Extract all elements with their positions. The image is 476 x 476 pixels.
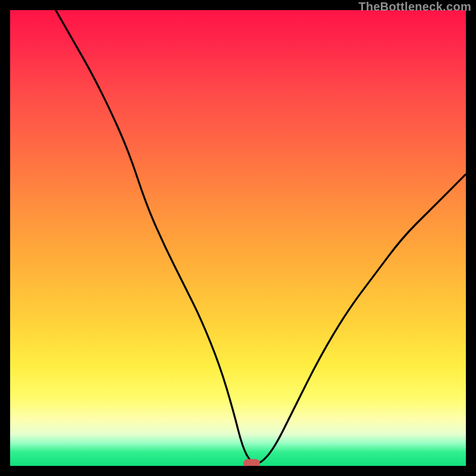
bottleneck-curve [10, 10, 466, 466]
plot-area [10, 10, 466, 466]
chart-frame: TheBottleneck.com [0, 0, 476, 476]
optimal-point-marker [243, 459, 260, 466]
watermark-text: TheBottleneck.com [358, 0, 471, 14]
